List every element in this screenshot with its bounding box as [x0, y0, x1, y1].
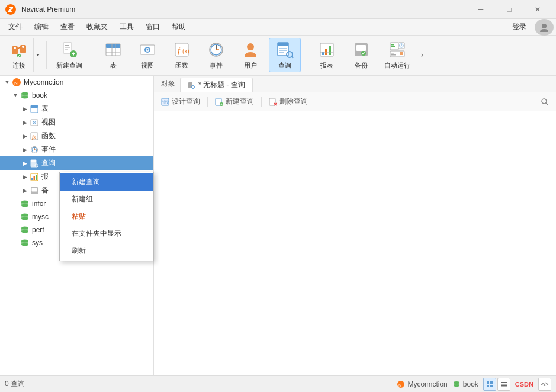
svg-rect-54: [391, 54, 396, 56]
function-icon: f (x): [172, 40, 191, 59]
user-avatar: [535, 19, 554, 36]
svg-rect-41: [329, 46, 331, 55]
svg-text:设计: 设计: [162, 100, 169, 104]
svg-rect-118: [501, 385, 507, 387]
menu-edit[interactable]: 编辑: [28, 20, 54, 34]
table-icon: [30, 104, 39, 114]
query-tab[interactable]: * 无标题 - 查询: [180, 78, 253, 92]
toolbar-table[interactable]: 表: [97, 38, 129, 72]
svg-rect-9: [65, 45, 69, 46]
new-query2-label: 新建查询: [226, 97, 254, 107]
svg-point-111: [454, 384, 459, 387]
report-icon: [30, 172, 39, 182]
toolbar-sep-1: [46, 41, 47, 69]
database-icon: [20, 238, 30, 248]
menu-favorites[interactable]: 收藏夹: [81, 20, 114, 34]
toolbar-scroll-right[interactable]: ›: [417, 38, 427, 72]
view-icon: [138, 40, 157, 59]
toolbar-backup[interactable]: 备份: [345, 38, 377, 72]
function-label: 函数: [175, 61, 188, 70]
tree-functions[interactable]: ▶ fx 函数: [0, 129, 153, 143]
svg-rect-55: [400, 52, 403, 55]
tree-label: perf: [32, 226, 44, 234]
connect-dropdown-button[interactable]: [33, 38, 41, 72]
status-connection: N Myconnction: [397, 380, 447, 388]
svg-rect-39: [322, 52, 324, 55]
toolbar-event[interactable]: 事件: [200, 38, 232, 72]
grid-view-button[interactable]: [483, 378, 496, 391]
menu-window[interactable]: 窗口: [140, 20, 166, 34]
svg-marker-7: [36, 54, 40, 56]
toolbar-sep: [207, 97, 208, 107]
connect-label: 连接: [12, 61, 25, 70]
menu-login[interactable]: 登录: [506, 20, 532, 34]
context-menu-paste[interactable]: 粘贴: [60, 208, 153, 225]
minimize-button[interactable]: ─: [467, 0, 494, 19]
svg-line-37: [292, 57, 294, 59]
toolbar-sep-2: [92, 41, 92, 69]
connection-icon: N: [12, 78, 21, 87]
chevron-right-icon: ▶: [20, 118, 30, 127]
svg-rect-117: [501, 384, 507, 385]
new-query2-button[interactable]: 新建查询: [213, 95, 256, 108]
context-menu-new-group[interactable]: 新建组: [60, 191, 153, 208]
close-button[interactable]: ✕: [524, 0, 551, 19]
database-icon: [20, 91, 30, 100]
design-query-button[interactable]: 设计 设计查询: [159, 95, 203, 108]
connect-button[interactable]: 连接: [5, 38, 33, 72]
tree-label: book: [32, 91, 47, 99]
chevron-right-icon: ▶: [20, 172, 30, 182]
code-button[interactable]: </>: [538, 378, 551, 391]
svg-rect-78: [34, 176, 36, 180]
tree-queries[interactable]: ▶ 查询: [0, 156, 153, 170]
user-icon: [241, 40, 260, 59]
toolbar-view[interactable]: 视图: [131, 38, 163, 72]
svg-point-30: [247, 43, 254, 50]
svg-rect-102: [269, 98, 275, 105]
tree-label: Myconnction: [24, 78, 63, 86]
app-title: Navicat Premium: [21, 5, 467, 14]
event-icon: [207, 40, 226, 59]
list-view-button[interactable]: [497, 378, 510, 391]
toolbar-new-query[interactable]: 新建查询: [52, 38, 87, 72]
svg-point-4: [14, 47, 16, 49]
context-menu-new-query[interactable]: 新建查询: [60, 173, 153, 191]
search-button[interactable]: [538, 95, 551, 108]
menu-view[interactable]: 查看: [54, 20, 81, 34]
chevron-right-icon: ▶: [20, 159, 30, 168]
tree-label: 视图: [41, 117, 56, 127]
context-menu: 新建查询 新建组 粘贴 在文件夹中显示 刷新: [59, 172, 154, 261]
tree-database-book[interactable]: ▼ book: [0, 89, 153, 102]
toolbar-autorun[interactable]: 自动运行: [380, 38, 415, 72]
autorun-label: 自动运行: [384, 61, 410, 70]
maximize-button[interactable]: □: [496, 0, 523, 19]
tree-events[interactable]: ▶ 事件: [0, 143, 153, 156]
svg-text:N: N: [14, 81, 18, 86]
svg-rect-8: [63, 43, 72, 53]
no-chevron: [11, 238, 20, 248]
tree-tables[interactable]: ▶ 表: [0, 102, 153, 115]
toolbar-function[interactable]: f (x) 函数: [166, 38, 198, 72]
toolbar-sep-3: [306, 41, 306, 69]
context-menu-refresh[interactable]: 刷新: [60, 242, 153, 259]
tree-connection-myconnction[interactable]: ▼ N Myconnction: [0, 76, 153, 89]
delete-query-button[interactable]: 删除查询: [266, 95, 310, 108]
toolbar-query[interactable]: 查询: [269, 38, 301, 72]
tree-label: 报: [41, 172, 49, 182]
svg-rect-53: [391, 53, 394, 54]
menu-tools[interactable]: 工具: [114, 20, 140, 34]
svg-line-106: [546, 103, 548, 105]
tree-views[interactable]: ▶ 视图: [0, 115, 153, 129]
toolbar-user[interactable]: 用户: [234, 38, 266, 72]
query-label: 查询: [278, 61, 291, 70]
toolbar-report[interactable]: 报表: [311, 38, 343, 72]
menu-file[interactable]: 文件: [2, 20, 28, 34]
no-chevron: [11, 225, 20, 234]
svg-point-87: [21, 217, 28, 220]
svg-rect-77: [31, 178, 33, 180]
svg-rect-114: [487, 385, 489, 387]
event-icon: [30, 145, 39, 155]
menu-help[interactable]: 帮助: [166, 20, 192, 34]
context-menu-show-in-folder[interactable]: 在文件夹中显示: [60, 225, 153, 242]
autorun-icon: [388, 40, 407, 59]
